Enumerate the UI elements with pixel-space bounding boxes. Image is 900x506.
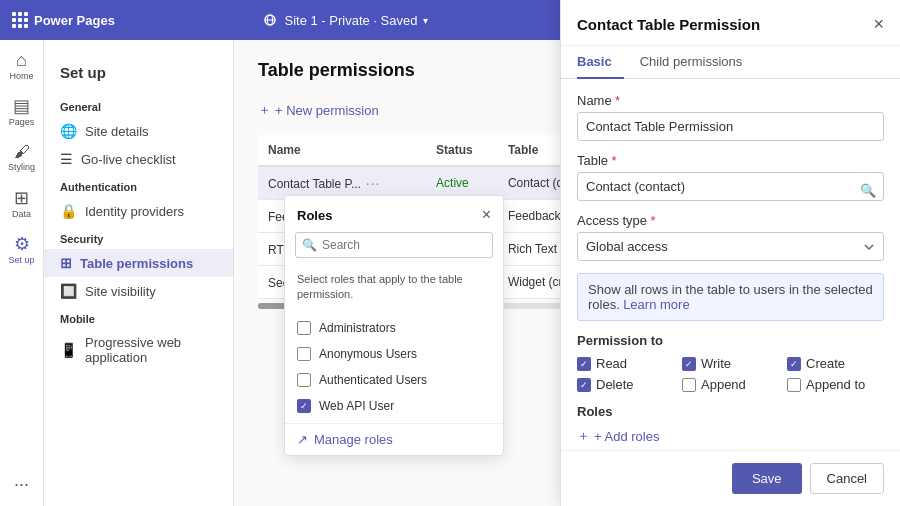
- chevron-down-icon: ▾: [423, 15, 428, 26]
- main-layout: ⌂ Home ▤ Pages 🖌 Styling ⊞ Data ⚙ Set up…: [0, 40, 900, 506]
- add-roles-label: + Add roles: [594, 429, 659, 444]
- perm-create-checkbox[interactable]: [787, 357, 801, 371]
- nav-site-details[interactable]: 🌐 Site details: [44, 117, 233, 145]
- checklist-icon: ☰: [60, 151, 73, 167]
- pwa-label: Progressive web application: [85, 335, 217, 365]
- role-label-administrators: Administrators: [319, 321, 396, 335]
- roles-popup-header: Roles ×: [285, 196, 503, 232]
- site-details-label: Site details: [85, 124, 149, 139]
- data-icon: ⊞: [14, 189, 29, 207]
- roles-search-input[interactable]: [295, 232, 493, 258]
- role-item-web-api[interactable]: Web API User: [285, 393, 503, 419]
- home-icon: ⌂: [16, 51, 27, 69]
- role-label-authenticated: Authenticated Users: [319, 373, 427, 387]
- styling-icon: 🖌: [14, 144, 30, 160]
- data-label: Data: [12, 209, 31, 219]
- more-icon[interactable]: ···: [4, 470, 40, 498]
- nav-pwa[interactable]: 📱 Progressive web application: [44, 329, 233, 371]
- role-checkbox-authenticated[interactable]: [297, 373, 311, 387]
- search-icon: 🔍: [302, 238, 317, 252]
- identity-label: Identity providers: [85, 204, 184, 219]
- table-field-label: Table *: [577, 153, 884, 168]
- name-input[interactable]: [577, 112, 884, 141]
- perm-read-checkbox[interactable]: [577, 357, 591, 371]
- plus-icon: ＋: [258, 101, 271, 119]
- role-item-administrators[interactable]: Administrators: [285, 315, 503, 341]
- perm-append-checkbox[interactable]: [682, 378, 696, 392]
- role-checkbox-administrators[interactable]: [297, 321, 311, 335]
- perm-write-checkbox[interactable]: [682, 357, 696, 371]
- manage-roles-icon: ↗: [297, 432, 308, 447]
- permission-to-label: Permission to: [577, 333, 884, 348]
- manage-roles-button[interactable]: ↗ Manage roles: [285, 423, 503, 455]
- go-live-label: Go-live checklist: [81, 152, 176, 167]
- perm-append-to-checkbox[interactable]: [787, 378, 801, 392]
- save-button[interactable]: Save: [732, 463, 802, 494]
- role-label-web-api: Web API User: [319, 399, 394, 413]
- roles-search-container: 🔍: [295, 232, 493, 258]
- role-label-anonymous: Anonymous Users: [319, 347, 417, 361]
- table-required-marker: *: [611, 153, 616, 168]
- table-input-container: 🔍: [577, 172, 884, 213]
- nav-go-live[interactable]: ☰ Go-live checklist: [44, 145, 233, 173]
- sidebar-icon-setup[interactable]: ⚙ Set up: [4, 228, 40, 272]
- table-perm-label: Table permissions: [80, 256, 193, 271]
- col-status: Status: [426, 135, 498, 166]
- setup-label: Set up: [8, 255, 34, 265]
- role-item-anonymous[interactable]: Anonymous Users: [285, 341, 503, 367]
- perm-read: Read: [577, 356, 674, 371]
- app-logo: Power Pages: [12, 12, 115, 28]
- globe-icon: 🌐: [60, 123, 77, 139]
- roles-popup-close-button[interactable]: ×: [482, 206, 491, 224]
- perm-read-label: Read: [596, 356, 627, 371]
- name-field-label: Name *: [577, 93, 884, 108]
- nav-site-visibility[interactable]: 🔲 Site visibility: [44, 277, 233, 305]
- learn-more-link[interactable]: Learn more: [623, 297, 689, 312]
- roles-popup: Roles × 🔍 Select roles that apply to the…: [284, 195, 504, 456]
- grid-icon: [12, 12, 28, 28]
- name-required-marker: *: [615, 93, 620, 108]
- role-checkbox-anonymous[interactable]: [297, 347, 311, 361]
- tab-child-permissions[interactable]: Child permissions: [640, 46, 755, 79]
- permissions-grid: Read Write Create Delete Append: [577, 356, 884, 392]
- home-label: Home: [9, 71, 33, 81]
- row-menu-dots[interactable]: ···: [361, 175, 381, 191]
- roles-section-label: Roles: [577, 404, 884, 419]
- sidebar-icon-data[interactable]: ⊞ Data: [4, 182, 40, 226]
- site-visibility-label: Site visibility: [85, 284, 156, 299]
- new-permission-button[interactable]: ＋ + New permission: [258, 97, 379, 123]
- right-panel-body: Name * Table * 🔍 Access type * Global ac…: [561, 79, 900, 450]
- styling-label: Styling: [8, 162, 35, 172]
- sidebar-icon-styling[interactable]: 🖌 Styling: [4, 136, 40, 180]
- section-mobile: Mobile: [44, 305, 233, 329]
- perm-delete: Delete: [577, 377, 674, 392]
- access-type-required-marker: *: [650, 213, 655, 228]
- site-icon: [262, 12, 278, 28]
- cancel-button[interactable]: Cancel: [810, 463, 884, 494]
- setup-title: Set up: [44, 56, 233, 93]
- nav-table-permissions[interactable]: ⊞ Table permissions: [44, 249, 233, 277]
- perm-delete-checkbox[interactable]: [577, 378, 591, 392]
- perm-write: Write: [682, 356, 779, 371]
- nav-identity[interactable]: 🔒 Identity providers: [44, 197, 233, 225]
- section-auth: Authentication: [44, 173, 233, 197]
- sidebar-icon-pages[interactable]: ▤ Pages: [4, 90, 40, 134]
- role-item-authenticated[interactable]: Authenticated Users: [285, 367, 503, 393]
- access-type-field-label: Access type *: [577, 213, 884, 228]
- tab-basic[interactable]: Basic: [577, 46, 624, 79]
- perm-create-label: Create: [806, 356, 845, 371]
- section-general: General: [44, 93, 233, 117]
- lock-icon: 🔒: [60, 203, 77, 219]
- roles-popup-title: Roles: [297, 208, 332, 223]
- access-type-select[interactable]: Global access Local access Deep access S…: [577, 232, 884, 261]
- nav-panel: Set up General 🌐 Site details ☰ Go-live …: [44, 40, 234, 506]
- site-info-text: Site 1 - Private · Saved: [284, 13, 417, 28]
- table-input[interactable]: [577, 172, 884, 201]
- sidebar-icon-home[interactable]: ⌂ Home: [4, 44, 40, 88]
- add-roles-button[interactable]: ＋ + Add roles: [577, 427, 659, 445]
- plus-icon: ＋: [577, 427, 590, 445]
- roles-list: Administrators Anonymous Users Authentic…: [285, 311, 503, 423]
- icon-sidebar: ⌂ Home ▤ Pages 🖌 Styling ⊞ Data ⚙ Set up…: [0, 40, 44, 506]
- perm-write-label: Write: [701, 356, 731, 371]
- role-checkbox-web-api[interactable]: [297, 399, 311, 413]
